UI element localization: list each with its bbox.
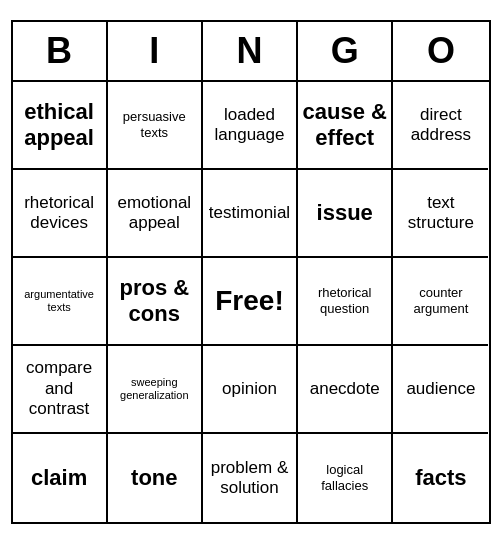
cell-text: audience xyxy=(406,379,475,399)
bingo-cell[interactable]: rhetorical question xyxy=(298,258,393,346)
bingo-cell[interactable]: problem & solution xyxy=(203,434,298,522)
bingo-cell[interactable]: emotional appeal xyxy=(108,170,203,258)
cell-text: anecdote xyxy=(310,379,380,399)
cell-text: tone xyxy=(131,465,177,491)
cell-text: direct address xyxy=(397,105,484,146)
bingo-cell[interactable]: anecdote xyxy=(298,346,393,434)
bingo-cell[interactable]: facts xyxy=(393,434,488,522)
bingo-header: BINGO xyxy=(13,22,489,82)
bingo-cell[interactable]: text structure xyxy=(393,170,488,258)
cell-text: claim xyxy=(31,465,87,491)
bingo-cell[interactable]: direct address xyxy=(393,82,488,170)
bingo-cell[interactable]: persuasive texts xyxy=(108,82,203,170)
bingo-cell[interactable]: loaded language xyxy=(203,82,298,170)
cell-text: sweeping generalization xyxy=(112,376,197,402)
cell-text: argumentative texts xyxy=(17,288,102,314)
cell-text: counter argument xyxy=(397,285,484,316)
cell-text: rhetorical question xyxy=(302,285,387,316)
bingo-cell[interactable]: ethical appeal xyxy=(13,82,108,170)
bingo-cell[interactable]: Free! xyxy=(203,258,298,346)
header-letter: G xyxy=(298,22,393,80)
cell-text: persuasive texts xyxy=(112,109,197,140)
cell-text: Free! xyxy=(215,284,283,318)
cell-text: testimonial xyxy=(209,203,290,223)
bingo-cell[interactable]: argumentative texts xyxy=(13,258,108,346)
bingo-grid: ethical appealpersuasive textsloaded lan… xyxy=(13,82,489,522)
cell-text: ethical appeal xyxy=(17,99,102,152)
cell-text: emotional appeal xyxy=(112,193,197,234)
bingo-cell[interactable]: issue xyxy=(298,170,393,258)
cell-text: facts xyxy=(415,465,466,491)
cell-text: logical fallacies xyxy=(302,462,387,493)
bingo-cell[interactable]: sweeping generalization xyxy=(108,346,203,434)
bingo-cell[interactable]: pros & cons xyxy=(108,258,203,346)
cell-text: text structure xyxy=(397,193,484,234)
cell-text: compare and contrast xyxy=(17,358,102,419)
header-letter: N xyxy=(203,22,298,80)
cell-text: opinion xyxy=(222,379,277,399)
cell-text: issue xyxy=(317,200,373,226)
bingo-cell[interactable]: claim xyxy=(13,434,108,522)
bingo-cell[interactable]: testimonial xyxy=(203,170,298,258)
cell-text: cause & effect xyxy=(302,99,387,152)
cell-text: loaded language xyxy=(207,105,292,146)
header-letter: B xyxy=(13,22,108,80)
cell-text: pros & cons xyxy=(112,275,197,328)
bingo-cell[interactable]: cause & effect xyxy=(298,82,393,170)
bingo-cell[interactable]: counter argument xyxy=(393,258,488,346)
cell-text: rhetorical devices xyxy=(17,193,102,234)
bingo-cell[interactable]: logical fallacies xyxy=(298,434,393,522)
header-letter: O xyxy=(393,22,488,80)
header-letter: I xyxy=(108,22,203,80)
bingo-card: BINGO ethical appealpersuasive textsload… xyxy=(11,20,491,524)
bingo-cell[interactable]: audience xyxy=(393,346,488,434)
bingo-cell[interactable]: compare and contrast xyxy=(13,346,108,434)
bingo-cell[interactable]: opinion xyxy=(203,346,298,434)
bingo-cell[interactable]: tone xyxy=(108,434,203,522)
bingo-cell[interactable]: rhetorical devices xyxy=(13,170,108,258)
cell-text: problem & solution xyxy=(207,458,292,499)
